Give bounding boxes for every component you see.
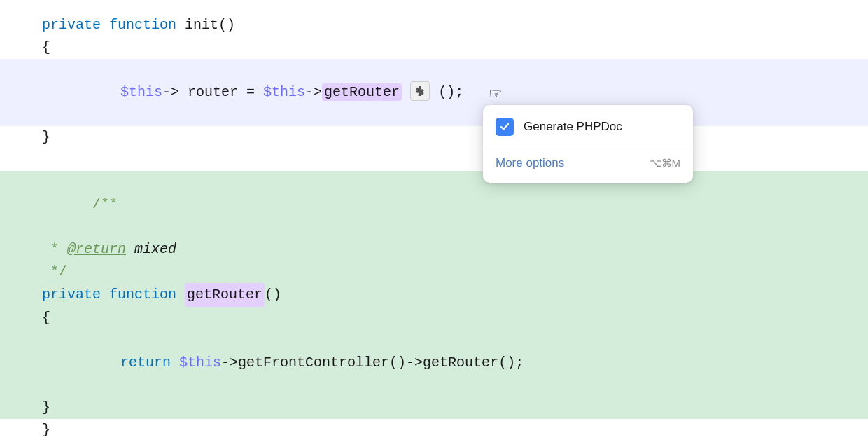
mixed-value: mixed xyxy=(134,238,176,261)
code-editor: private function init() { $this->_router… xyxy=(0,0,868,440)
keyword-private: private xyxy=(42,14,101,36)
code-line-13: } xyxy=(42,419,868,440)
code-line-4: } xyxy=(42,126,868,149)
more-options-item[interactable]: More options ⌥⌘M xyxy=(483,149,693,177)
code-line-9: private function getRouter() xyxy=(0,283,868,307)
more-options-shortcut: ⌥⌘M xyxy=(650,157,681,170)
brace-open: { xyxy=(42,36,50,59)
code-line-12: } xyxy=(0,397,868,419)
gear-icon xyxy=(414,85,426,97)
punc-arrow1: ->_router = xyxy=(162,84,263,100)
comment-space xyxy=(126,238,134,261)
line3-indent: $this->_router = $this->getRouter (); xyxy=(42,59,463,126)
code-line-5-blank xyxy=(42,149,868,171)
var-this-2: $this xyxy=(263,84,305,100)
code-line-6: /** xyxy=(0,171,868,238)
at-return: @return xyxy=(67,238,126,261)
code-line-10: { xyxy=(0,307,868,329)
hl-getrouter-2: getRouter xyxy=(185,283,265,307)
brace-close-2: } xyxy=(42,397,50,419)
dropdown-divider xyxy=(483,146,693,146)
brace-open-2: { xyxy=(42,307,50,329)
context-dropdown: Generate PHPDoc More options ⌥⌘M xyxy=(483,105,693,183)
code-line-7: * @return mixed xyxy=(0,238,868,261)
punc-arrow2: -> xyxy=(305,84,322,100)
line6-indent: /** xyxy=(42,171,118,238)
comment-close: */ xyxy=(42,261,67,283)
kw-return: return xyxy=(120,355,171,371)
code-line-3-active: $this->_router = $this->getRouter (); xyxy=(0,59,868,126)
kw-private-2: private xyxy=(42,284,101,306)
comment-open: /** xyxy=(92,196,118,212)
var-this-1: $this xyxy=(120,84,162,100)
code-line-2: { xyxy=(42,36,868,59)
keyword-function: function xyxy=(109,14,176,36)
generate-phpdoc-item[interactable]: Generate PHPDoc xyxy=(483,111,693,143)
comment-star: * xyxy=(42,238,67,261)
punc-call: (); xyxy=(438,84,463,100)
checkmark-icon xyxy=(499,121,510,132)
more-options-label: More options xyxy=(496,156,564,170)
code-line-11: return $this->getFrontController()->getR… xyxy=(0,329,868,397)
fn-name-init: init() xyxy=(185,14,235,36)
code-line-1: private function init() xyxy=(42,14,868,36)
brace-close-1: } xyxy=(42,126,50,149)
phpdoc-checkbox[interactable] xyxy=(496,118,514,136)
chain-call: ->getFrontController()->getRouter(); xyxy=(221,355,524,371)
generate-phpdoc-label: Generate PHPDoc xyxy=(524,120,622,134)
gear-button[interactable] xyxy=(410,81,430,101)
highlighted-getrouter: getRouter xyxy=(322,83,402,101)
kw-function-2: function xyxy=(109,284,176,306)
fn-parens: () xyxy=(265,284,281,306)
brace-close-3: } xyxy=(42,419,50,440)
var-this-3: $this xyxy=(179,355,221,371)
line11-indent: return $this->getFrontController()->getR… xyxy=(42,329,524,397)
code-line-8: */ xyxy=(0,261,868,283)
